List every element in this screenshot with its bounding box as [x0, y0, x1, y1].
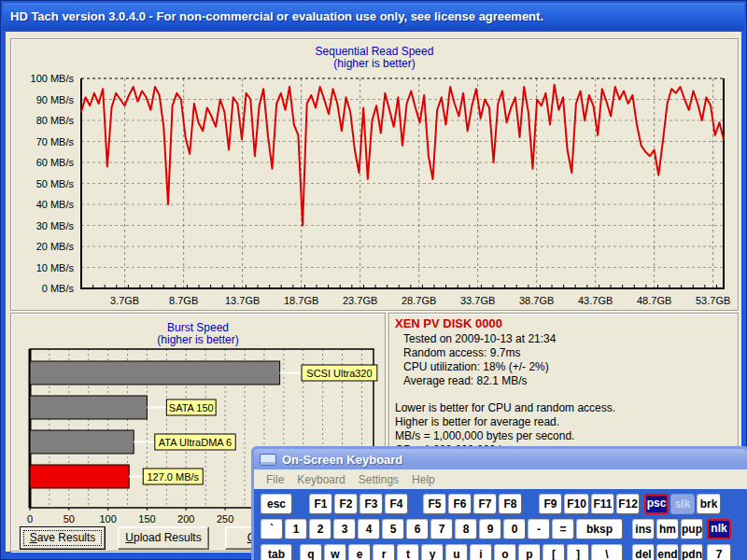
onscreen-keyboard-window: On-Screen Keyboard FileKeyboardSettingsH… — [251, 446, 747, 560]
svg-text:60 MB/s: 60 MB/s — [36, 157, 75, 168]
key-u[interactable]: u — [445, 544, 468, 560]
key-i[interactable]: i — [470, 544, 492, 560]
key-ins[interactable]: ins — [632, 519, 655, 539]
key-F11[interactable]: F11 — [591, 494, 614, 514]
key-3[interactable]: 3 — [333, 519, 356, 539]
key-bksp[interactable]: bksp — [576, 519, 623, 539]
key-e[interactable]: e — [348, 544, 371, 560]
svg-text:10 MB/s: 10 MB/s — [36, 262, 75, 273]
key-7[interactable]: 7 — [430, 519, 453, 539]
key-0[interactable]: 0 — [503, 519, 526, 539]
keyboard-row: tabqwertyuiop[]\delendpdn7 — [261, 544, 747, 560]
key-F5[interactable]: F5 — [423, 494, 446, 514]
svg-text:28.7GB: 28.7GB — [402, 295, 436, 306]
key-psc[interactable]: psc — [644, 494, 669, 514]
title-bar[interactable]: HD Tach version 3.0.4.0 - For non-commer… — [3, 3, 744, 31]
key-slk[interactable]: slk — [670, 494, 695, 514]
svg-text:100: 100 — [99, 513, 116, 525]
key-F4[interactable]: F4 — [385, 494, 408, 514]
key-F3[interactable]: F3 — [359, 494, 383, 514]
svg-text:SATA 150: SATA 150 — [169, 402, 214, 413]
menu-keyboard[interactable]: Keyboard — [290, 473, 351, 486]
svg-text:80 MB/s: 80 MB/s — [36, 115, 75, 126]
svg-text:150: 150 — [138, 513, 155, 525]
key-F6[interactable]: F6 — [448, 494, 472, 514]
key-nlk[interactable]: nlk — [707, 519, 731, 539]
key-sym[interactable]: \ — [591, 544, 623, 560]
key-sym[interactable]: [ — [543, 544, 565, 560]
svg-text:38.7GB: 38.7GB — [519, 295, 554, 306]
key-sym[interactable]: ` — [261, 519, 283, 539]
key-brk[interactable]: brk — [697, 494, 721, 514]
osk-title-bar[interactable]: On-Screen Keyboard — [254, 449, 747, 469]
key-r[interactable]: r — [373, 544, 395, 560]
osk-menu-bar: FileKeyboardSettingsHelp — [254, 469, 747, 489]
key-p[interactable]: p — [518, 544, 541, 560]
svg-text:90 MB/s: 90 MB/s — [36, 94, 75, 105]
drive-note-line: Lower is better for CPU and random acces… — [395, 401, 732, 415]
focus-rect — [23, 530, 102, 546]
key-1[interactable]: 1 — [285, 519, 307, 539]
svg-text:200: 200 — [177, 513, 194, 525]
menu-settings[interactable]: Settings — [352, 473, 405, 486]
svg-text:48.7GB: 48.7GB — [637, 295, 671, 306]
svg-text:SCSI Ultra320: SCSI Ultra320 — [306, 368, 372, 379]
key-tab[interactable]: tab — [261, 544, 292, 560]
svg-text:250: 250 — [217, 513, 233, 525]
svg-text:50: 50 — [63, 513, 75, 525]
key-9[interactable]: 9 — [479, 519, 501, 539]
key-o[interactable]: o — [494, 544, 516, 560]
menu-help[interactable]: Help — [405, 473, 442, 486]
key-F2[interactable]: F2 — [334, 494, 358, 514]
key-pdn[interactable]: pdn — [681, 544, 703, 560]
svg-text:100 MB/s: 100 MB/s — [31, 73, 75, 84]
svg-text:23.7GB: 23.7GB — [343, 295, 377, 306]
key-F12[interactable]: F12 — [616, 494, 640, 514]
key-t[interactable]: t — [397, 544, 419, 560]
svg-text:33.7GB: 33.7GB — [460, 295, 495, 306]
key-esc[interactable]: esc — [261, 494, 292, 514]
drive-note-line: MB/s = 1,000,000 bytes per second. — [395, 429, 732, 443]
upload-label: pload Results — [134, 531, 202, 544]
main-window: HD Tach version 3.0.4.0 - For non-commer… — [0, 0, 747, 560]
key-sym[interactable]: ] — [567, 544, 589, 560]
key-hm[interactable]: hm — [656, 519, 679, 539]
window-title: HD Tach version 3.0.4.0 - For non-commer… — [10, 9, 543, 23]
drive-note-line: Higher is better for average read. — [395, 415, 732, 429]
osk-window-title: On-Screen Keyboard — [282, 453, 402, 467]
drive-stat-line: Average read: 82.1 MB/s — [395, 374, 732, 388]
key-F10[interactable]: F10 — [564, 494, 589, 514]
key-q[interactable]: q — [300, 544, 322, 560]
key-end[interactable]: end — [656, 544, 679, 560]
keyboard-row: escF1F2F3F4F5F6F7F8F9F10F11F12pscslkbrk — [261, 494, 747, 514]
key-7[interactable]: 7 — [707, 544, 731, 560]
svg-text:ATA UltraDMA 6: ATA UltraDMA 6 — [159, 437, 232, 448]
svg-text:70 MB/s: 70 MB/s — [36, 136, 75, 147]
key-5[interactable]: 5 — [382, 519, 404, 539]
drive-stats: Tested on 2009-10-13 at 21:34Random acce… — [395, 332, 732, 388]
key-pup[interactable]: pup — [681, 519, 703, 539]
key-w[interactable]: w — [324, 544, 346, 560]
key-8[interactable]: 8 — [455, 519, 477, 539]
svg-text:13.7GB: 13.7GB — [225, 295, 260, 306]
keyboard-row: `1234567890-=bkspinshmpupnlk — [261, 519, 747, 539]
key-sym[interactable]: - — [528, 519, 550, 539]
key-F8[interactable]: F8 — [499, 494, 522, 514]
upload-results-button[interactable]: Upload Results — [118, 526, 209, 550]
key-F9[interactable]: F9 — [539, 494, 562, 514]
key-del[interactable]: del — [632, 544, 655, 560]
key-sym[interactable]: = — [552, 519, 574, 539]
svg-text:8.7GB: 8.7GB — [169, 295, 198, 306]
key-2[interactable]: 2 — [309, 519, 331, 539]
key-F1[interactable]: F1 — [309, 494, 332, 514]
menu-file[interactable]: File — [260, 473, 290, 486]
save-results-button[interactable]: Save Results — [20, 526, 106, 550]
key-6[interactable]: 6 — [406, 519, 429, 539]
svg-text:50 MB/s: 50 MB/s — [36, 178, 75, 189]
disk-name: XEN PV DISK 0000 — [395, 316, 732, 330]
key-y[interactable]: y — [421, 544, 444, 560]
key-F7[interactable]: F7 — [473, 494, 497, 514]
key-4[interactable]: 4 — [358, 519, 380, 539]
svg-text:3.7GB: 3.7GB — [110, 295, 139, 306]
svg-text:43.7GB: 43.7GB — [578, 295, 613, 306]
